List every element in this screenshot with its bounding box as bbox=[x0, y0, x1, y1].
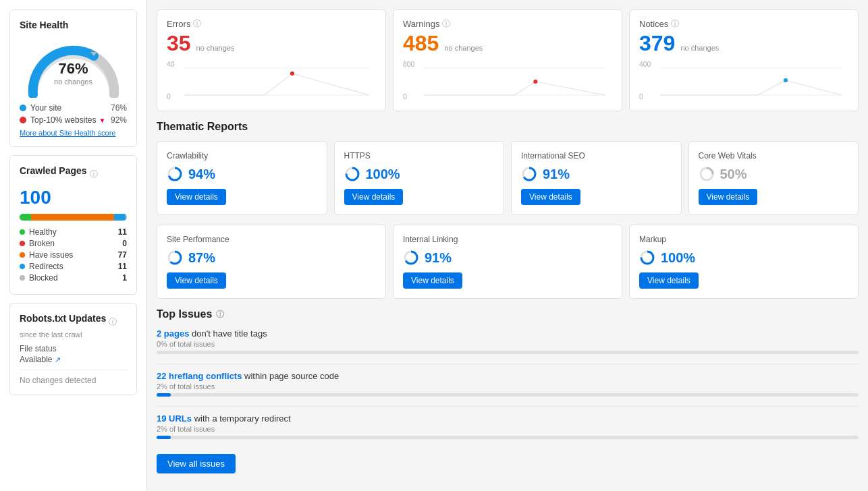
warnings-info-icon[interactable]: ⓘ bbox=[442, 18, 450, 30]
crawled-title: Crawled Pages bbox=[20, 165, 87, 176]
https-score-row: 100% bbox=[344, 166, 495, 182]
view-all-issues-btn[interactable]: View all issues bbox=[157, 454, 236, 473]
warnings-title: Warnings ⓘ bbox=[403, 18, 612, 30]
internal-linking-score: 91% bbox=[425, 250, 452, 266]
gauge-container: 76% no changes bbox=[20, 37, 127, 98]
https-donut bbox=[344, 166, 360, 182]
crawled-count: 100 bbox=[20, 187, 127, 208]
errors-num-row: 35 no changes bbox=[167, 31, 376, 56]
issue-3-text: 19 URLs with a temporary redirect bbox=[157, 413, 859, 424]
theme-internal-linking: Internal Linking 91% View details bbox=[393, 225, 622, 299]
crawlability-score: 94% bbox=[188, 167, 215, 182]
warnings-label: Warnings bbox=[403, 19, 439, 29]
https-view-btn[interactable]: View details bbox=[344, 189, 404, 205]
cwv-view-btn[interactable]: View details bbox=[699, 189, 758, 205]
robots-file-val: Available ↗ bbox=[20, 355, 127, 364]
issue-1-sub: 0% of total issues bbox=[157, 340, 859, 348]
crawlability-view-btn[interactable]: View details bbox=[167, 189, 226, 205]
warnings-no-change: no changes bbox=[444, 44, 483, 52]
issue-2-link[interactable]: 22 hreflang conflicts bbox=[157, 371, 242, 381]
your-site-val: 76% bbox=[111, 103, 127, 113]
svg-text:400: 400 bbox=[639, 61, 651, 68]
stat-have-issues: Have issues 77 bbox=[20, 250, 127, 260]
issues-dot bbox=[20, 252, 25, 258]
redirects-label: Redirects bbox=[29, 262, 63, 271]
broken-val: 0 bbox=[122, 239, 127, 248]
site-perf-title: Site Performance bbox=[167, 235, 376, 244]
redirects-dot bbox=[20, 264, 25, 269]
issue-sep-2 bbox=[157, 406, 859, 407]
gauge-pct: 76% bbox=[54, 60, 92, 78]
theme-crawlability: Crawlability 94% View details bbox=[157, 141, 327, 215]
stat-broken: Broken 0 bbox=[20, 239, 127, 248]
issues-label: Have issues bbox=[29, 250, 73, 260]
notices-label: Notices bbox=[639, 19, 668, 29]
top-issues-info-icon[interactable]: ⓘ bbox=[216, 309, 224, 320]
internal-linking-donut bbox=[403, 250, 419, 266]
svg-point-10 bbox=[533, 80, 537, 84]
intl-seo-score-row: 91% bbox=[521, 166, 672, 182]
thematic-title: Thematic Reports bbox=[157, 121, 859, 133]
internal-linking-view-btn[interactable]: View details bbox=[403, 272, 462, 289]
metrics-row: Errors ⓘ 35 no changes 40 0 bbox=[157, 9, 859, 111]
bar-blocked bbox=[126, 214, 127, 221]
crawled-bar bbox=[20, 214, 127, 221]
https-score: 100% bbox=[366, 167, 400, 182]
issue-3-link[interactable]: 19 URLs bbox=[157, 413, 192, 424]
robots-file-label: File status bbox=[20, 344, 127, 353]
warnings-card: Warnings ⓘ 485 no changes 800 0 bbox=[393, 9, 622, 111]
top-issues-label: Top Issues bbox=[157, 308, 212, 320]
redirects-val: 11 bbox=[118, 262, 127, 271]
errors-info-icon[interactable]: ⓘ bbox=[193, 18, 201, 30]
issue-3-bar-fill bbox=[157, 436, 171, 439]
cwv-title: Core Web Vitals bbox=[699, 151, 849, 161]
top10-label: Top-10% websites bbox=[30, 115, 96, 125]
healthy-dot bbox=[20, 229, 25, 235]
cwv-score: 50% bbox=[720, 167, 747, 182]
intl-seo-score: 91% bbox=[543, 167, 570, 182]
top10-val: 92% bbox=[111, 115, 127, 125]
gauge-sub: no changes bbox=[54, 78, 92, 86]
errors-card: Errors ⓘ 35 no changes 40 0 bbox=[157, 9, 386, 111]
issue-1-link[interactable]: 2 pages bbox=[157, 328, 189, 339]
notices-sparkline: 400 0 bbox=[639, 60, 848, 103]
robots-info-icon[interactable]: ⓘ bbox=[109, 316, 117, 328]
notices-info-icon[interactable]: ⓘ bbox=[671, 18, 679, 30]
issue-2-bar bbox=[157, 393, 859, 397]
crawled-info-icon[interactable]: ⓘ bbox=[90, 169, 98, 180]
crawled-stats: Healthy 11 Broken 0 Have issues bbox=[20, 227, 127, 283]
blocked-label: Blocked bbox=[29, 273, 58, 283]
svg-text:40: 40 bbox=[167, 61, 175, 68]
internal-linking-title: Internal Linking bbox=[403, 235, 612, 244]
issue-1-desc: don't have title tags bbox=[192, 328, 267, 339]
svg-point-15 bbox=[784, 78, 788, 82]
arrow-down-icon: ▼ bbox=[99, 117, 105, 124]
external-link-icon[interactable]: ↗ bbox=[55, 355, 61, 364]
markup-donut bbox=[639, 250, 655, 266]
theme-core-web-vitals: Core Web Vitals 50% View details bbox=[688, 141, 859, 215]
theme-site-performance: Site Performance 87% View details bbox=[157, 225, 386, 299]
theme-international-seo: International SEO 91% View details bbox=[511, 141, 682, 215]
top10-dot bbox=[20, 117, 26, 123]
warnings-number: 485 bbox=[403, 31, 439, 56]
site-health-card: Site Health 76% no changes bbox=[9, 9, 137, 147]
issue-2-desc: within page source code bbox=[244, 371, 339, 381]
issue-3: 19 URLs with a temporary redirect 2% of … bbox=[157, 413, 859, 439]
intl-seo-donut bbox=[521, 166, 537, 182]
markup-view-btn[interactable]: View details bbox=[639, 272, 699, 289]
warnings-sparkline: 800 0 bbox=[403, 60, 612, 103]
site-health-title: Site Health bbox=[20, 20, 127, 30]
notices-number: 379 bbox=[639, 31, 675, 56]
blocked-val: 1 bbox=[122, 273, 127, 283]
site-perf-view-btn[interactable]: View details bbox=[167, 272, 226, 289]
more-about-link[interactable]: More about Site Health score bbox=[20, 129, 127, 137]
top-issues-title: Top Issues ⓘ bbox=[157, 308, 859, 320]
cwv-score-row: 50% bbox=[699, 166, 849, 182]
healthy-val: 11 bbox=[118, 227, 127, 237]
stat-healthy: Healthy 11 bbox=[20, 227, 127, 237]
crawlability-score-row: 94% bbox=[167, 166, 317, 182]
intl-seo-view-btn[interactable]: View details bbox=[521, 189, 580, 205]
markup-title: Markup bbox=[639, 235, 848, 244]
warnings-num-row: 485 no changes bbox=[403, 31, 612, 56]
thematic-row1: Crawlability 94% View details HTTPS bbox=[157, 141, 859, 215]
